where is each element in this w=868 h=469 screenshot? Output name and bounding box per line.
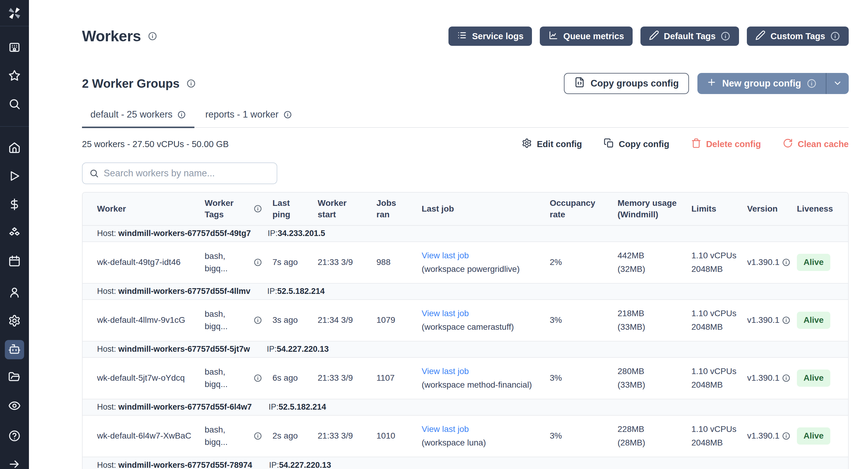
liveness-badge: Alive: [797, 254, 830, 271]
memory-total: 218MB: [618, 307, 644, 320]
version-info-icon[interactable]: [782, 432, 790, 440]
sidebar-group-bottom: [5, 427, 24, 469]
jobs-ran-cell: 1107: [370, 368, 415, 388]
occupancy-cell: 2%: [544, 252, 612, 273]
ip-prefix: IP:: [269, 402, 278, 411]
last-job-workspace: (workspace method-financial): [422, 379, 532, 391]
worker-tags-row-info-icon[interactable]: [253, 316, 262, 324]
sidebar-item-workers[interactable]: [5, 340, 24, 359]
limit-cpu: 1.10 vCPUs: [691, 423, 736, 436]
service-logs-button[interactable]: Service logs: [448, 27, 532, 46]
sidebar-item-home[interactable]: [5, 139, 24, 158]
version-value: v1.390.1: [747, 372, 779, 384]
sidebar-item-collapse[interactable]: [5, 455, 24, 469]
edit-config-button[interactable]: Edit config: [522, 138, 582, 150]
last-job-workspace: (workspace luna): [422, 437, 486, 449]
new-group-config-info-icon[interactable]: [807, 79, 817, 89]
liveness-cell: Alive: [791, 307, 848, 333]
new-group-config-caret-button[interactable]: [827, 73, 849, 94]
version-cell: v1.390.1: [741, 368, 791, 388]
memory-cell: 218MB (33MB): [612, 303, 685, 337]
worker-tags-row-info-icon[interactable]: [253, 258, 262, 267]
worker-tags-value: bash, bigq...: [205, 424, 250, 448]
sidebar-item-folders[interactable]: [5, 368, 24, 387]
sidebar-item-audit[interactable]: [5, 397, 24, 416]
workers-info-icon[interactable]: [148, 31, 157, 41]
sidebar: [0, 0, 29, 469]
liveness-badge: Alive: [797, 428, 830, 445]
last-ping-cell: 2s ago: [267, 426, 312, 446]
search-workers-input[interactable]: [82, 162, 277, 184]
liveness-badge: Alive: [797, 370, 830, 387]
view-last-job-link[interactable]: View last job: [422, 250, 469, 262]
worker-name: wk-default-6l4w7-XwBaC: [83, 426, 198, 446]
last-job-workspace: (workspace powergridlive): [422, 263, 520, 276]
worker-tags-value: bash, bigq...: [205, 366, 250, 390]
version-info-icon[interactable]: [782, 316, 790, 324]
version-info-icon[interactable]: [782, 374, 790, 382]
worker-tags-info-icon[interactable]: [253, 205, 262, 213]
worker-tags-row-info-icon[interactable]: [253, 374, 262, 382]
version-info-icon[interactable]: [782, 258, 790, 267]
queue-metrics-button[interactable]: Queue metrics: [540, 27, 632, 46]
limits-cell: 1.10 vCPUs 2048MB: [685, 419, 741, 453]
view-last-job-link[interactable]: View last job: [422, 423, 469, 436]
default-tags-button[interactable]: Default Tags: [641, 27, 739, 46]
sidebar-item-runs[interactable]: [5, 167, 24, 186]
tab-reports-info-icon[interactable]: [283, 110, 292, 119]
view-last-job-link[interactable]: View last job: [422, 307, 469, 320]
version-value: v1.390.1: [747, 314, 779, 326]
custom-tags-info-icon[interactable]: [830, 31, 840, 41]
trash-icon: [691, 138, 701, 150]
groups-heading: 2 Worker Groups: [82, 77, 180, 90]
gear-icon: [522, 138, 532, 150]
tab-reports[interactable]: reports - 1 worker: [197, 105, 301, 128]
sidebar-item-help[interactable]: [5, 427, 24, 446]
robot-icon: [8, 343, 21, 356]
default-tags-label: Default Tags: [664, 31, 716, 41]
groups-info-icon[interactable]: [186, 79, 196, 88]
last-job-cell: View last job (workspace camerastuff): [415, 303, 544, 337]
workers-table: Worker Worker Tags Last ping Worker star…: [82, 192, 849, 469]
sidebar-item-search[interactable]: [5, 95, 24, 114]
sidebar-item-resources[interactable]: [5, 224, 24, 243]
delete-config-button[interactable]: Delete config: [691, 138, 761, 150]
col-worker: Worker: [83, 199, 198, 218]
app: Workers Service logs Queue metrics: [0, 0, 868, 469]
clean-cache-label: Clean cache: [798, 139, 849, 149]
sidebar-item-schedules[interactable]: [5, 252, 24, 271]
col-last-ping: Last ping: [267, 194, 312, 224]
custom-tags-button[interactable]: Custom Tags: [747, 27, 849, 46]
worker-tags-row-info-icon[interactable]: [253, 432, 262, 440]
worker-tags-value: bash, bigq...: [205, 308, 250, 333]
default-tags-info-icon[interactable]: [720, 31, 731, 41]
memory-total: 442MB: [618, 250, 644, 262]
memory-total: 228MB: [618, 423, 644, 436]
last-job-cell: View last job (workspace method-financia…: [415, 361, 544, 395]
memory-total: 280MB: [618, 365, 644, 378]
view-last-job-link[interactable]: View last job: [422, 365, 469, 378]
clean-cache-button[interactable]: Clean cache: [783, 138, 849, 150]
ip-prefix: IP:: [267, 287, 277, 296]
sidebar-item-users[interactable]: [5, 283, 24, 303]
sidebar-item-apps[interactable]: [5, 38, 24, 58]
host-ip-value: 54.227.220.13: [277, 345, 329, 353]
sidebar-group-admin: [5, 283, 24, 427]
limit-cpu: 1.10 vCPUs: [691, 250, 736, 262]
copy-config-button[interactable]: Copy config: [604, 138, 670, 150]
host-name: windmill-workers-67757d55f-6l4w7: [119, 402, 252, 411]
tab-default[interactable]: default - 25 workers: [82, 105, 194, 128]
copy-groups-config-button[interactable]: Copy groups config: [564, 73, 689, 94]
config-summary: 25 workers - 27.50 vCPUs - 50.00 GB: [82, 139, 229, 149]
tab-default-info-icon[interactable]: [177, 110, 186, 119]
limits-cell: 1.10 vCPUs 2048MB: [685, 303, 741, 337]
worker-name: wk-default-4llmv-9v1cG: [83, 310, 198, 331]
liveness-cell: Alive: [791, 365, 848, 391]
topbar-buttons: Service logs Queue metrics Default Tags: [448, 27, 849, 46]
new-group-config-button[interactable]: New group config: [698, 73, 826, 94]
sidebar-item-variables[interactable]: [5, 195, 24, 215]
sidebar-item-favorites[interactable]: [5, 67, 24, 86]
windmill-logo[interactable]: [7, 0, 22, 26]
jobs-ran-cell: 1010: [370, 426, 415, 446]
sidebar-item-settings[interactable]: [5, 312, 24, 331]
